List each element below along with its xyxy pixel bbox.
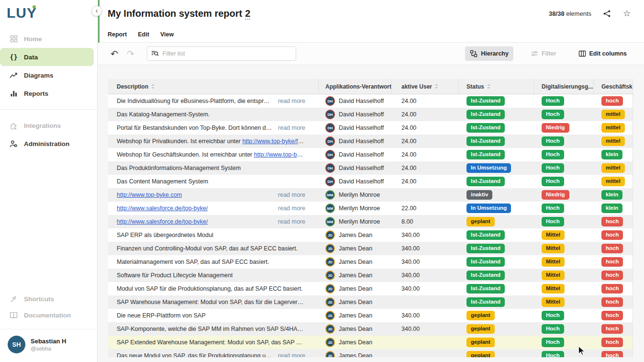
description-cell: Modul von SAP für die Produktionsplanung…: [108, 285, 319, 292]
menu-view[interactable]: View: [160, 31, 174, 38]
status-badge: Ist-Zustand: [466, 110, 505, 119]
favorite-button[interactable]: ☆: [622, 9, 632, 18]
table-row[interactable]: SAP Warehouse Management: Modul von SAP,…: [108, 295, 633, 309]
table-row[interactable]: http://www.salesforce.de/top-byke/read m…: [108, 202, 633, 215]
sidebar-item-data[interactable]: {}Data: [0, 48, 94, 66]
sidebar-item-shortcuts[interactable]: Shortcuts: [0, 291, 97, 307]
active-users-cell: 22.00: [392, 205, 459, 212]
integrations-icon: [10, 122, 18, 130]
table-row[interactable]: Das Katalog-Management-System.DHDavid Ha…: [108, 108, 633, 121]
sort-icon[interactable]: [151, 83, 155, 90]
sidebar-item-reports[interactable]: Reports: [0, 84, 97, 102]
table-row[interactable]: Portal für Bestandskunden von Top-Byke. …: [108, 121, 633, 135]
read-more-link[interactable]: read more: [272, 218, 305, 225]
digitalization-badge: Hoch: [542, 96, 564, 106]
table-row[interactable]: Webshop für Privatkunden. Ist erreichbar…: [108, 135, 633, 148]
criticality-cell: klein: [594, 150, 633, 159]
sort-icon[interactable]: [434, 83, 439, 90]
active-users-cell: 340.00: [392, 326, 459, 332]
share-button[interactable]: [602, 9, 611, 18]
read-more-link[interactable]: read more: [272, 98, 305, 104]
table-row[interactable]: Die neue ERP-Plattform von SAPJDJames De…: [108, 309, 633, 322]
criticality-badge: hoch: [601, 351, 623, 357]
table-row[interactable]: SAP Extended Warehouse Management: Modul…: [108, 336, 633, 349]
owner-cell: JDJames Dean: [319, 338, 392, 347]
digitalization-badge: Hoch: [542, 217, 564, 226]
status-badge: Ist-Zustand: [466, 177, 505, 186]
description-link[interactable]: http://www.salesforce.de/top-byke/: [117, 218, 208, 225]
table-row[interactable]: Das Content Management SystemDHDavid Has…: [108, 175, 633, 188]
edit-columns-button[interactable]: Edit columns: [574, 46, 632, 61]
status-cell: geplant: [459, 217, 534, 226]
read-more-link[interactable]: read more: [272, 124, 305, 131]
filter-list-input[interactable]: [147, 46, 296, 61]
column-header-5[interactable]: Digitalisierungsg...: [534, 79, 594, 94]
column-header-label: Description: [117, 83, 148, 90]
read-more-link[interactable]: read more: [272, 352, 305, 357]
column-header-6[interactable]: Geschäftskritikalität: [594, 79, 633, 94]
owner-cell: JDJames Dean: [319, 230, 392, 240]
menu-edit[interactable]: Edit: [138, 31, 149, 38]
sidebar-item-home[interactable]: Home: [0, 30, 97, 48]
criticality-cell: hoch: [594, 217, 633, 226]
description-text: http://www.top-byke.com: [117, 192, 182, 198]
criticality-cell: mittel: [594, 136, 633, 146]
column-header-4[interactable]: Status: [459, 79, 534, 94]
filter-sliders-icon: [531, 50, 538, 57]
read-more-link[interactable]: read more: [272, 205, 305, 212]
sort-icon[interactable]: [487, 83, 491, 90]
sidebar-collapse-button[interactable]: ‹: [91, 6, 102, 16]
sidebar-item-integrations[interactable]: Integrations: [0, 116, 97, 135]
filter-button[interactable]: Filter: [526, 46, 561, 61]
active-users-cell: 340.00: [392, 245, 459, 252]
menu-report[interactable]: Report: [108, 31, 127, 38]
description-cell: SAP Warehouse Management: Modul von SAP,…: [108, 299, 319, 305]
digitalization-cell: Mittel: [534, 257, 594, 267]
table-body: Die Individuallösung für eBusiness-Platt…: [108, 94, 633, 357]
table-row[interactable]: SAP ERP als übergeordnetes ModulJDJames …: [108, 228, 633, 242]
owner-avatar: DH: [325, 136, 335, 146]
description-link[interactable]: http://www.top-byke/business/: [254, 151, 305, 158]
description-link[interactable]: http://www.top-byke/for-you/: [242, 138, 305, 145]
sidebar-item-label: Administration: [24, 140, 69, 147]
sidebar-item-administration[interactable]: Administration: [0, 135, 97, 153]
description-link[interactable]: http://www.salesforce.de/top-byke/: [117, 205, 208, 212]
status-cell: Ist-Zustand: [459, 136, 534, 146]
table-row[interactable]: Das neue Modul von SAP, das für Produkti…: [108, 349, 633, 357]
owner-cell: MMMerilyn Monroe: [319, 217, 392, 226]
status-cell: geplant: [459, 351, 534, 357]
table-row[interactable]: SAP-Komponente, welche die SAP MM im Rah…: [108, 322, 633, 336]
digitalization-cell: Hoch: [534, 204, 594, 213]
description-text: SAP ERP als übergeordnetes Modul: [117, 232, 213, 238]
column-header-2[interactable]: Applikations-Verantwort...: [319, 79, 392, 94]
table-row[interactable]: Modul von SAP für die Produktionsplanung…: [108, 282, 633, 295]
table-row[interactable]: http://www.top-byke.comread moreMMMerily…: [108, 188, 633, 202]
user-card[interactable]: SH Sebastian H @sebha: [0, 329, 97, 362]
status-cell: Ist-Zustand: [459, 230, 534, 240]
sidebar-item-diagrams[interactable]: Diagrams: [0, 66, 97, 84]
sidebar-item-label: Diagrams: [24, 72, 54, 79]
read-more-link[interactable]: read more: [272, 192, 305, 198]
status-cell: Ist-Zustand: [459, 110, 534, 119]
description-link[interactable]: http://www.top-byke.com: [117, 192, 182, 198]
column-header-3[interactable]: aktive User: [392, 79, 459, 94]
redo-button[interactable]: ↷: [127, 49, 134, 58]
digitalization-cell: Hoch: [534, 324, 594, 334]
digitalization-cell: Hoch: [534, 338, 594, 347]
table-row[interactable]: Das Produktinformations-Management Syste…: [108, 161, 633, 175]
criticality-badge: mittel: [601, 177, 625, 186]
table-row[interactable]: Finanzen und Controlling-Modul von SAP, …: [108, 242, 633, 255]
table-row[interactable]: Die Individuallösung für eBusiness-Platt…: [108, 94, 633, 108]
digitalization-cell: Mittel: [534, 230, 594, 240]
table-row[interactable]: Software für Product Lifecycle Managemen…: [108, 269, 633, 282]
description-text: Software für Product Lifecycle Managemen…: [117, 272, 233, 279]
table-row[interactable]: http://www.salesforce.de/top-byke/read m…: [108, 215, 633, 228]
table-row[interactable]: Materialmanagement von SAP, das auf SAP …: [108, 255, 633, 269]
table-row[interactable]: Webshop für Geschäftskunden. Ist erreich…: [108, 148, 633, 161]
criticality-cell: hoch: [594, 297, 633, 307]
hierarchy-button[interactable]: Hierarchy: [465, 46, 513, 61]
undo-button[interactable]: ↶: [111, 49, 118, 58]
sidebar-item-documentation[interactable]: Documentation: [0, 307, 97, 323]
column-header-1[interactable]: Description: [108, 79, 319, 94]
criticality-badge: hoch: [601, 230, 623, 240]
